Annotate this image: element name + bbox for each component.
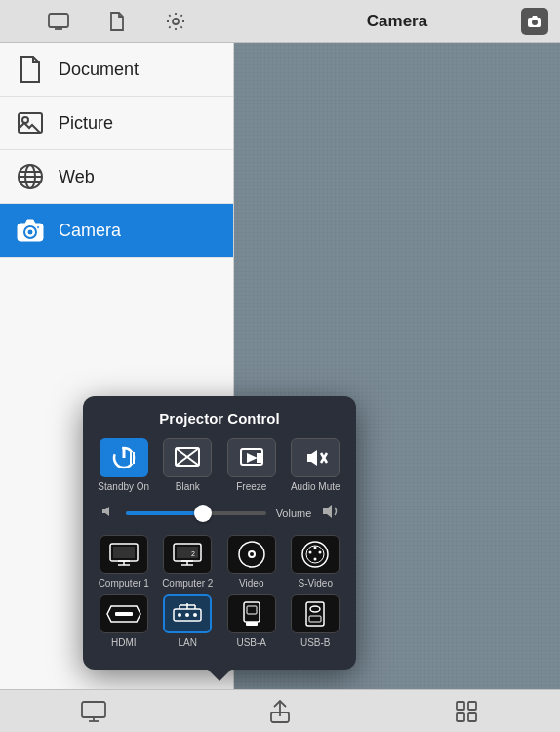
volume-fill	[126, 511, 203, 515]
svg-point-57	[185, 613, 189, 617]
video-label: Video	[239, 578, 263, 589]
svg-rect-76	[457, 713, 464, 721]
freeze-icon	[227, 438, 276, 477]
svg-point-58	[193, 613, 197, 617]
svg-marker-33	[323, 505, 332, 518]
svg-point-52	[314, 558, 317, 561]
svg-rect-69	[309, 616, 321, 622]
sidebar-item-web-label: Web	[59, 167, 95, 187]
picture-icon	[16, 108, 45, 138]
computer2-icon: 2	[163, 535, 212, 574]
svg-rect-0	[49, 14, 68, 27]
sidebar-item-document[interactable]: Document	[0, 43, 233, 97]
svideo-button[interactable]: S-Video	[287, 535, 345, 589]
computer1-icon	[100, 535, 148, 574]
usba-label: USB-A	[236, 637, 266, 648]
svg-rect-66	[247, 606, 257, 614]
sidebar-item-picture-label: Picture	[59, 113, 113, 134]
usbb-button[interactable]: USB-B	[287, 594, 345, 648]
hdmi-button[interactable]: HDMI	[95, 594, 153, 648]
blank-icon	[163, 438, 212, 477]
svg-rect-74	[457, 702, 464, 710]
sidebar-item-camera[interactable]: Camera	[0, 204, 233, 258]
top-bar-right: Camera	[234, 12, 560, 31]
svg-marker-26	[247, 453, 258, 463]
freeze-label: Freeze	[236, 481, 266, 492]
usba-button[interactable]: USB-A	[222, 594, 281, 648]
top-bar: Camera	[0, 0, 560, 43]
sidebar-item-picture[interactable]: Picture	[0, 97, 233, 150]
standby-icon	[100, 438, 148, 477]
lan-label: LAN	[179, 637, 197, 648]
bottom-grid-button[interactable]	[449, 694, 484, 729]
sources-row-1: Computer 1 2 Computer 2	[95, 535, 344, 589]
settings-nav-icon[interactable]	[162, 8, 189, 35]
svg-point-3	[173, 19, 179, 24]
audio-mute-icon	[291, 438, 340, 477]
volume-low-icon	[99, 505, 118, 522]
lan-icon	[163, 594, 212, 633]
svg-point-56	[178, 613, 181, 617]
video-button[interactable]: Video	[222, 535, 281, 589]
svg-rect-64	[244, 602, 260, 622]
standby-label: Standby On	[98, 481, 149, 492]
svg-point-15	[27, 229, 33, 235]
top-bar-left	[0, 8, 234, 35]
lan-button[interactable]: LAN	[159, 594, 218, 648]
svg-point-53	[314, 547, 317, 549]
document-icon	[16, 55, 45, 84]
svg-point-47	[250, 552, 254, 556]
svg-marker-29	[307, 450, 317, 466]
svg-rect-70	[82, 702, 105, 717]
sidebar-item-camera-label: Camera	[59, 221, 121, 241]
sidebar-item-document-label: Document	[59, 60, 139, 80]
svg-rect-35	[113, 547, 135, 558]
computer1-label: Computer 1	[99, 578, 149, 589]
usba-icon	[227, 594, 276, 633]
volume-thumb[interactable]	[194, 505, 212, 522]
bottom-bar	[0, 689, 560, 732]
bottom-monitor-button[interactable]	[76, 694, 111, 729]
document-nav-icon[interactable]	[103, 8, 131, 35]
svg-point-51	[319, 551, 322, 554]
svg-point-16	[37, 226, 40, 229]
hdmi-label: HDMI	[111, 637, 137, 648]
video-icon	[227, 535, 276, 574]
computer1-button[interactable]: Computer 1	[95, 535, 153, 589]
usbb-icon	[291, 594, 340, 633]
camera-capture-button[interactable]	[521, 8, 548, 35]
main-area: Document Picture	[0, 43, 560, 689]
svg-rect-77	[468, 713, 476, 721]
usbb-label: USB-B	[300, 637, 331, 648]
svideo-label: S-Video	[299, 578, 333, 589]
freeze-button[interactable]: Freeze	[222, 438, 281, 492]
volume-high-icon	[321, 504, 340, 523]
computer2-button[interactable]: 2 Computer 2	[159, 535, 218, 589]
audio-mute-label: Audio Mute	[291, 481, 340, 492]
sources-row-2: HDMI	[95, 594, 344, 648]
web-icon	[16, 162, 45, 191]
svg-rect-65	[246, 622, 258, 626]
svg-text:2: 2	[191, 550, 195, 557]
page-title: Camera	[367, 12, 427, 31]
monitor-nav-icon[interactable]	[45, 8, 72, 35]
svideo-icon	[291, 535, 340, 574]
svg-rect-54	[115, 612, 133, 616]
sidebar-item-web[interactable]: Web	[0, 150, 233, 204]
hdmi-icon	[100, 594, 148, 633]
svg-rect-27	[257, 453, 260, 463]
svg-marker-32	[102, 507, 109, 516]
audio-mute-button[interactable]: Audio Mute	[287, 438, 345, 492]
projector-control-panel: Projector Control Standby On	[83, 396, 356, 670]
bottom-share-button[interactable]	[262, 694, 298, 729]
blank-button[interactable]: Blank	[159, 438, 218, 492]
svg-point-5	[532, 20, 538, 25]
volume-slider[interactable]	[126, 504, 266, 523]
control-buttons-row: Standby On Blank	[95, 438, 344, 492]
svg-point-50	[309, 551, 312, 554]
volume-row: Volume	[95, 502, 344, 525]
svg-point-7	[22, 117, 28, 123]
content-area: Projector Control Standby On	[234, 43, 560, 689]
projector-title: Projector Control	[95, 410, 344, 427]
standby-button[interactable]: Standby On	[95, 438, 153, 492]
